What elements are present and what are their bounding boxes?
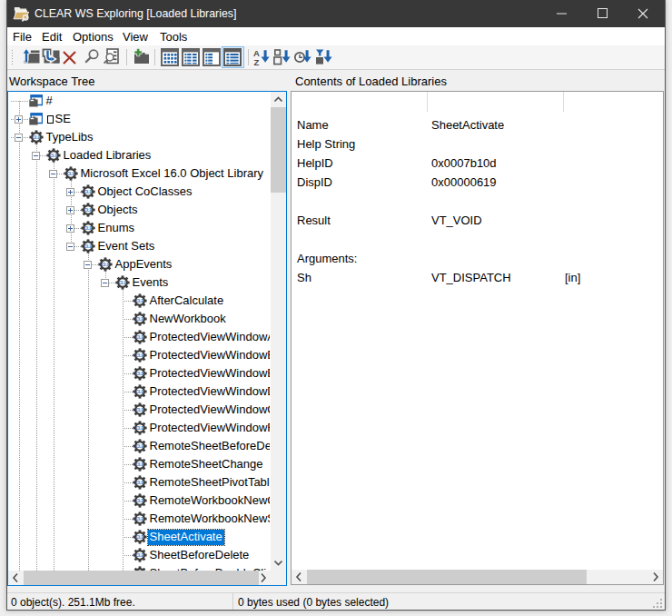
svg-text:Z: Z	[254, 57, 260, 66]
